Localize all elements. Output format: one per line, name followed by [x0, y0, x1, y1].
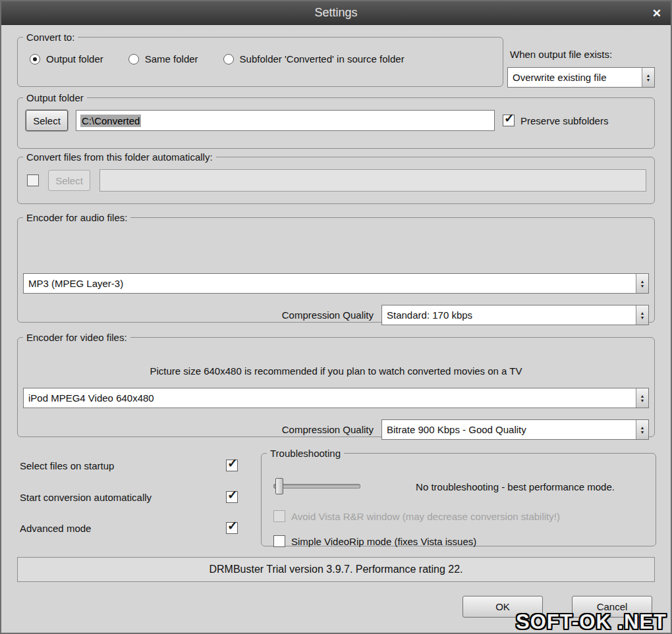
checkmark-icon: ✓ — [227, 519, 238, 532]
output-folder-select-button[interactable]: Select — [26, 110, 68, 131]
video-encoder-note: Picture size 640x480 is recommended if y… — [18, 365, 654, 377]
spinner-icon[interactable]: ▲ ▼ — [636, 274, 648, 293]
audio-quality-label: Compression Quality — [282, 309, 374, 321]
auto-convert-select-button[interactable]: Select — [48, 170, 90, 191]
spinner-down-icon: ▼ — [646, 78, 651, 82]
video-quality-label: Compression Quality — [282, 424, 374, 435]
radio-subfolder-converted[interactable]: Subfolder 'Converted' in source folder — [223, 53, 405, 65]
video-encoder-group: Encoder for video files: Picture size 64… — [17, 332, 655, 437]
checkmark-icon: ✓ — [504, 112, 515, 124]
troubleshooting-status: No troubleshooting - best performance mo… — [380, 481, 650, 492]
radio-same-folder-label: Same folder — [145, 53, 198, 65]
output-folder-legend: Output folder — [23, 92, 87, 103]
status-bar: DRMBuster Trial version 3.9.7. Performan… — [17, 557, 655, 582]
spinner-icon[interactable]: ▲ ▼ — [636, 388, 648, 408]
radio-icon — [128, 54, 139, 65]
spinner-icon[interactable]: ▲ ▼ — [636, 420, 648, 439]
checkmark-icon: ✓ — [227, 457, 238, 469]
select-files-on-startup-checkbox[interactable]: ✓ — [226, 460, 238, 471]
output-folder-group: Output folder Select C:\Converted ✓ Pres… — [17, 92, 655, 149]
spinner-up-icon: ▲ — [640, 425, 645, 430]
auto-convert-path-input[interactable] — [99, 169, 646, 192]
spinner-up-icon: ▲ — [640, 279, 645, 284]
radio-output-folder-label: Output folder — [46, 53, 103, 65]
close-icon[interactable]: ✕ — [652, 7, 661, 18]
audio-encoder-value: MP3 (MPEG Layer-3) — [24, 274, 636, 293]
advanced-mode-checkbox[interactable]: ✓ — [226, 522, 238, 534]
radio-output-folder[interactable]: Output folder — [30, 53, 103, 65]
output-path-input[interactable]: C:\Converted — [76, 110, 495, 131]
option-select-files-on-startup: Select files on startup ✓ — [20, 460, 238, 471]
spinner-up-icon: ▲ — [640, 311, 645, 315]
troubleshooting-group: Troubleshooting No troubleshooting - bes… — [261, 448, 656, 546]
titlebar[interactable]: Settings ✕ — [1, 1, 671, 25]
cancel-button[interactable]: Cancel — [572, 596, 652, 618]
spinner-up-icon: ▲ — [640, 394, 645, 398]
status-bar-text: DRMBuster Trial version 3.9.7. Performan… — [209, 564, 462, 575]
preserve-subfolders-label: Preserve subfolders — [520, 115, 608, 126]
slider-thumb[interactable] — [275, 478, 283, 494]
advanced-mode-label: Advanced mode — [20, 523, 91, 534]
spinner-icon[interactable]: ▲ ▼ — [636, 305, 648, 325]
checkmark-icon: ✓ — [227, 489, 238, 501]
auto-convert-legend: Convert files from this folder automatic… — [23, 151, 216, 163]
avoid-vista-checkbox[interactable] — [273, 510, 285, 522]
convert-to-options: Output folder Same folder Subfolder 'Con… — [18, 43, 503, 65]
video-encoder-value: iPod MPEG4 Video 640x480 — [24, 388, 636, 408]
audio-quality-value: Standard: 170 kbps — [382, 305, 636, 325]
radio-selected-icon — [30, 54, 40, 65]
radio-icon — [223, 54, 234, 65]
audio-encoder-legend: Encoder for audio files: — [23, 212, 130, 223]
avoid-vista-label: Avoid Vista R&R window (may decrease con… — [291, 511, 560, 522]
auto-convert-checkbox[interactable] — [27, 174, 39, 186]
audio-quality-combo[interactable]: Standard: 170 kbps ▲ ▼ — [381, 305, 649, 325]
settings-window: Settings ✕ Convert to: Output folder Sam… — [0, 0, 672, 634]
window-title: Settings — [314, 6, 357, 20]
auto-convert-group: Convert files from this folder automatic… — [17, 151, 655, 204]
output-path-value: C:\Converted — [80, 115, 141, 127]
audio-encoder-combo[interactable]: MP3 (MPEG Layer-3) ▲ ▼ — [23, 273, 649, 294]
spinner-down-icon: ▼ — [640, 398, 645, 403]
output-exists-value: Overwrite existing file — [508, 68, 642, 87]
troubleshooting-legend: Troubleshooting — [267, 448, 344, 459]
option-advanced-mode: Advanced mode ✓ — [20, 522, 238, 534]
radio-same-folder[interactable]: Same folder — [128, 53, 198, 65]
simple-videorip-option[interactable]: Simple VideoRip mode (fixes Vista issues… — [273, 535, 476, 547]
troubleshooting-slider[interactable] — [273, 484, 360, 489]
preserve-subfolders-option[interactable]: ✓ Preserve subfolders — [503, 115, 608, 126]
radio-subfolder-label: Subfolder 'Converted' in source folder — [240, 53, 405, 65]
video-quality-combo[interactable]: Bitrate 900 Kbps - Good Quality ▲ ▼ — [381, 419, 649, 440]
simple-videorip-label: Simple VideoRip mode (fixes Vista issues… — [291, 536, 476, 547]
video-quality-value: Bitrate 900 Kbps - Good Quality — [382, 420, 636, 439]
spinner-up-icon: ▲ — [646, 73, 651, 78]
convert-to-group: Convert to: Output folder Same folder Su… — [17, 32, 503, 87]
video-encoder-combo[interactable]: iPod MPEG4 Video 640x480 ▲ ▼ — [23, 388, 649, 408]
select-files-on-startup-label: Select files on startup — [20, 460, 114, 471]
spinner-down-icon: ▼ — [640, 315, 645, 320]
avoid-vista-option[interactable]: Avoid Vista R&R window (may decrease con… — [273, 510, 560, 522]
ok-button[interactable]: OK — [462, 596, 543, 618]
spinner-down-icon: ▼ — [640, 284, 645, 288]
option-start-conversion-automatically: Start conversion automatically ✓ — [20, 491, 238, 503]
audio-quality-row: Compression Quality Standard: 170 kbps ▲… — [282, 305, 649, 325]
spinner-down-icon: ▼ — [640, 430, 645, 435]
simple-videorip-checkbox[interactable] — [273, 535, 285, 547]
output-folder-row: Select C:\Converted ✓ Preserve subfolder… — [18, 103, 654, 131]
output-exists-label: When output file exists: — [510, 49, 612, 60]
dialog-body: Convert to: Output folder Same folder Su… — [1, 25, 671, 633]
video-encoder-legend: Encoder for video files: — [23, 332, 130, 343]
spinner-icon[interactable]: ▲ ▼ — [642, 68, 654, 87]
output-exists-combo[interactable]: Overwrite existing file ▲ ▼ — [507, 67, 655, 88]
convert-to-legend: Convert to: — [23, 32, 78, 43]
video-quality-row: Compression Quality Bitrate 900 Kbps - G… — [282, 419, 649, 440]
start-conversion-automatically-checkbox[interactable]: ✓ — [226, 491, 238, 503]
start-conversion-automatically-label: Start conversion automatically — [20, 492, 152, 503]
preserve-subfolders-checkbox[interactable]: ✓ — [503, 115, 515, 126]
audio-encoder-group: Encoder for audio files: MP3 (MPEG Layer… — [17, 212, 655, 323]
auto-convert-row: Select — [18, 163, 654, 192]
